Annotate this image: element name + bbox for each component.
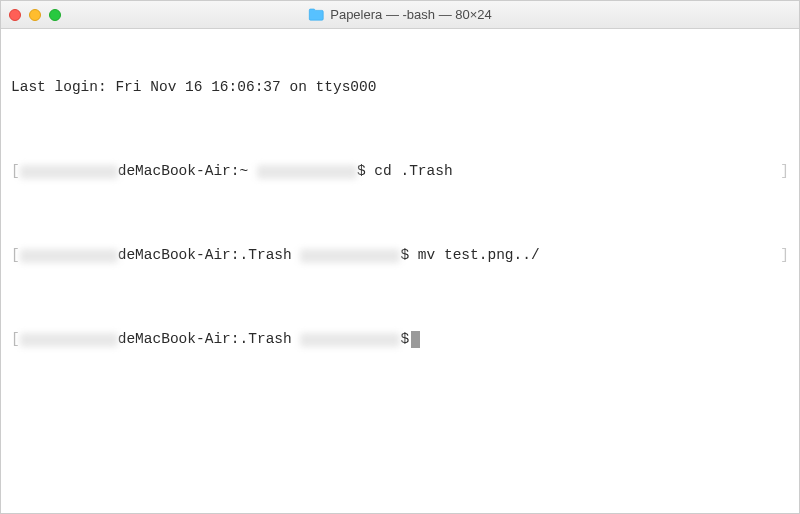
- terminal-line: [ deMacBook-Air:.Trash $: [11, 329, 789, 350]
- host-path: deMacBook-Air:~: [118, 161, 257, 182]
- window-title-bar: Papelera — -bash — 80×24: [1, 1, 799, 29]
- open-bracket: [: [11, 245, 20, 266]
- prompt-symbol: $: [400, 245, 409, 266]
- minimize-window-button[interactable]: [29, 9, 41, 21]
- window-title-text: Papelera — -bash — 80×24: [330, 7, 492, 22]
- last-login-text: Last login: Fri Nov 16 16:06:37 on ttys0…: [11, 77, 376, 98]
- host-path: deMacBook-Air:.Trash: [118, 329, 301, 350]
- prompt-symbol: $: [357, 161, 366, 182]
- close-bracket: ]: [780, 161, 789, 182]
- maximize-window-button[interactable]: [49, 9, 61, 21]
- close-window-button[interactable]: [9, 9, 21, 21]
- redacted-username: [20, 165, 118, 179]
- last-login-line: Last login: Fri Nov 16 16:06:37 on ttys0…: [11, 77, 789, 98]
- redacted-username: [300, 333, 400, 347]
- terminal-line: [ deMacBook-Air:~ $ cd .Trash ]: [11, 161, 789, 182]
- host-path: deMacBook-Air:.Trash: [118, 245, 301, 266]
- redacted-username: [20, 249, 118, 263]
- command-text: mv test.png../: [409, 245, 540, 266]
- terminal-cursor: [411, 331, 420, 348]
- redacted-username: [300, 249, 400, 263]
- redacted-username: [20, 333, 118, 347]
- command-text: cd .Trash: [366, 161, 453, 182]
- folder-icon: [308, 8, 324, 21]
- prompt-symbol: $: [400, 329, 409, 350]
- traffic-lights: [9, 9, 61, 21]
- open-bracket: [: [11, 329, 20, 350]
- terminal-line: [ deMacBook-Air:.Trash $ mv test.png../ …: [11, 245, 789, 266]
- redacted-username: [257, 165, 357, 179]
- close-bracket: ]: [780, 245, 789, 266]
- terminal-content[interactable]: Last login: Fri Nov 16 16:06:37 on ttys0…: [1, 29, 799, 377]
- open-bracket: [: [11, 161, 20, 182]
- window-title: Papelera — -bash — 80×24: [308, 7, 492, 22]
